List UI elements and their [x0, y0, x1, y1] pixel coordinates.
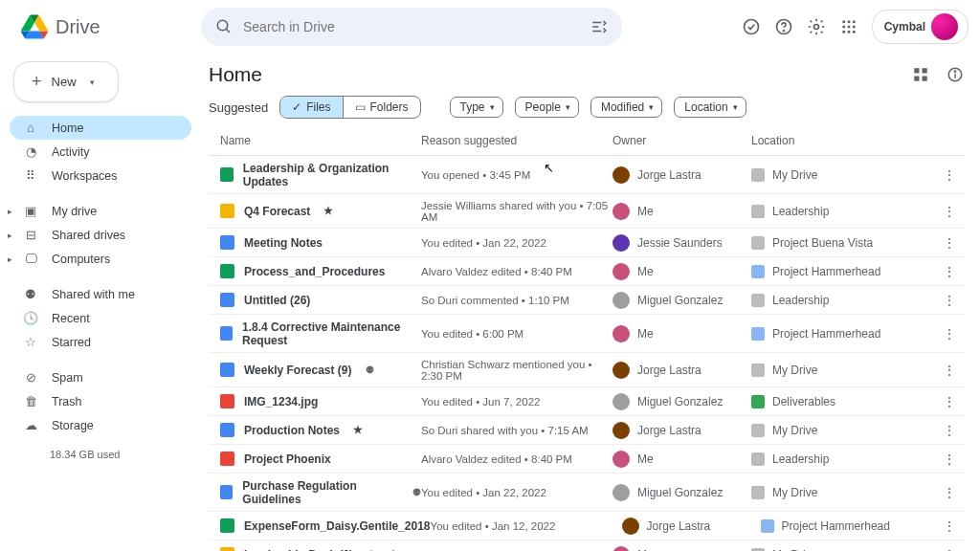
- svg-point-13: [847, 31, 850, 33]
- location-icon: [761, 519, 774, 533]
- file-name: Q4 Forecast: [244, 205, 310, 218]
- col-location[interactable]: Location: [751, 134, 938, 147]
- col-name[interactable]: Name: [220, 134, 421, 147]
- segment-files[interactable]: ✓ Files: [280, 97, 342, 118]
- row-menu-button[interactable]: ⋮: [938, 547, 961, 552]
- file-name: Meeting Notes: [244, 236, 323, 250]
- chip-modified[interactable]: Modified: [590, 97, 662, 118]
- search-input[interactable]: [243, 19, 580, 34]
- row-menu-button[interactable]: ⋮: [938, 293, 961, 308]
- info-icon[interactable]: [946, 65, 965, 84]
- content: Home Suggested ✓ Files ▭ Folders Type Pe…: [201, 54, 980, 551]
- table-row[interactable]: Weekly Forecast (9)⚉Christian Schwarz me…: [209, 353, 965, 387]
- col-owner[interactable]: Owner: [612, 134, 751, 147]
- file-name: Project Phoenix: [244, 452, 331, 466]
- new-button[interactable]: + New ▾: [13, 61, 119, 102]
- table-row[interactable]: Production Notes★So Duri shared with you…: [209, 416, 965, 445]
- ready-offline-icon[interactable]: [742, 17, 761, 36]
- settings-icon[interactable]: [807, 17, 826, 36]
- file-name: Untitled (26): [244, 294, 310, 307]
- home-icon: ⌂: [23, 121, 38, 135]
- row-menu-button[interactable]: ⋮: [938, 394, 961, 409]
- row-menu-button[interactable]: ⋮: [938, 423, 961, 438]
- col-reason[interactable]: Reason suggested: [421, 134, 612, 147]
- file-reason: You edited • Jan 12, 2022: [431, 520, 622, 532]
- sidebar-item-shared-with-me[interactable]: ⚉Shared with me: [10, 282, 191, 306]
- chip-people[interactable]: People: [515, 97, 579, 118]
- sidebar-item-spam[interactable]: ⊘Spam: [10, 365, 191, 389]
- sidebar-item-activity[interactable]: ◔Activity: [10, 140, 191, 164]
- row-menu-button[interactable]: ⋮: [938, 235, 961, 251]
- location-icon: [751, 364, 765, 377]
- sidebar-item-starred[interactable]: ☆Starred: [10, 330, 191, 354]
- svg-point-0: [217, 20, 228, 31]
- row-menu-button[interactable]: ⋮: [938, 485, 961, 500]
- grid-view-icon[interactable]: [911, 65, 930, 84]
- file-name: Leadership & Organization Updates: [243, 162, 421, 188]
- file-name: Process_and_Procedures: [244, 265, 385, 278]
- search-icon[interactable]: [214, 17, 234, 36]
- owner-avatar: [612, 422, 630, 439]
- segment-folders[interactable]: ▭ Folders: [343, 97, 420, 118]
- org-switcher[interactable]: Cymbal: [872, 10, 969, 44]
- table-row[interactable]: Untitled (26)So Duri commented • 1:10 PM…: [209, 286, 965, 315]
- row-menu-button[interactable]: ⋮: [938, 167, 961, 183]
- sidebar-item-label: Shared drives: [52, 229, 125, 242]
- table-row[interactable]: Purchase Regulation Guidelines⚉You edite…: [209, 474, 965, 512]
- table-row[interactable]: IMG_1234.jpgYou edited • Jun 7, 2022Migu…: [209, 387, 965, 416]
- file-type-icon: [220, 293, 234, 307]
- row-menu-button[interactable]: ⋮: [938, 204, 961, 219]
- support-icon[interactable]: [774, 17, 793, 36]
- sidebar-item-home[interactable]: ⌂Home: [10, 116, 191, 140]
- file-type-icon: [220, 363, 234, 377]
- search-bar[interactable]: [201, 8, 622, 46]
- shared-with-me-icon: ⚉: [23, 287, 38, 301]
- sidebar-item-storage[interactable]: ☁Storage: [10, 413, 191, 437]
- file-type-icon: [220, 547, 234, 551]
- sidebar-item-computers[interactable]: 🖵Computers: [10, 247, 191, 271]
- svg-rect-16: [923, 68, 927, 73]
- chip-location[interactable]: Location: [674, 97, 746, 118]
- owner-name: Jorge Lastra: [647, 519, 711, 533]
- apps-icon[interactable]: [839, 17, 858, 36]
- search-options-icon[interactable]: [590, 17, 609, 36]
- table-row[interactable]: Meeting NotesYou edited • Jan 22, 2022Je…: [209, 229, 965, 257]
- svg-point-6: [842, 20, 845, 23]
- row-menu-button[interactable]: ⋮: [938, 452, 961, 467]
- drive-logo-icon: [21, 13, 48, 40]
- logo-area[interactable]: Drive: [11, 13, 193, 40]
- sidebar-item-my-drive[interactable]: ▣My drive: [10, 199, 191, 223]
- row-menu-button[interactable]: ⋮: [938, 518, 961, 534]
- sidebar-item-workspaces[interactable]: ⠿Workspaces: [10, 164, 191, 187]
- table-row[interactable]: Leadership & Organization UpdatesYou ope…: [209, 156, 965, 194]
- table-row[interactable]: 1.8.4 Corrective Maintenance RequestYou …: [209, 315, 965, 353]
- svg-point-8: [852, 20, 855, 23]
- table-row[interactable]: Project PhoenixAlvaro Valdez edited • 8:…: [209, 445, 965, 474]
- mydrive-icon: ▣: [23, 204, 38, 218]
- row-menu-button[interactable]: ⋮: [938, 326, 961, 342]
- sidebar-item-label: Workspaces: [52, 169, 118, 183]
- table-row[interactable]: ExpenseForm_Daisy.Gentile_2018You edited…: [209, 512, 965, 540]
- table-row[interactable]: Process_and_ProceduresAlvaro Valdez edit…: [209, 257, 965, 286]
- sidebar-item-trash[interactable]: 🗑Trash: [10, 389, 191, 413]
- owner-name: Me: [637, 452, 654, 466]
- starred-icon: ☆: [23, 335, 38, 349]
- location-name: My Drive: [772, 548, 817, 552]
- app-name: Drive: [56, 16, 100, 38]
- owner-name: Jorge Lastra: [637, 424, 702, 437]
- chip-type[interactable]: Type: [450, 97, 503, 118]
- sidebar-item-recent[interactable]: 🕓Recent: [10, 306, 191, 330]
- sidebar-item-shared-drives[interactable]: ⊟Shared drives: [10, 223, 191, 247]
- svg-point-7: [847, 20, 850, 23]
- suggested-segment: ✓ Files ▭ Folders: [279, 96, 420, 119]
- file-type-icon: [220, 235, 234, 250]
- row-menu-button[interactable]: ⋮: [938, 264, 961, 279]
- row-menu-button[interactable]: ⋮: [938, 363, 961, 378]
- table-row[interactable]: Leadership Deck (6)⚉★You opened • Apr 28…: [209, 540, 965, 551]
- topbar-actions: Cymbal: [742, 10, 969, 44]
- file-name: ExpenseForm_Daisy.Gentile_2018: [244, 519, 431, 533]
- location-name: Project Hammerhead: [772, 265, 880, 278]
- account-avatar[interactable]: [931, 13, 958, 40]
- table-row[interactable]: Q4 Forecast★Jessie Williams shared with …: [209, 194, 965, 229]
- file-name: IMG_1234.jpg: [244, 395, 318, 408]
